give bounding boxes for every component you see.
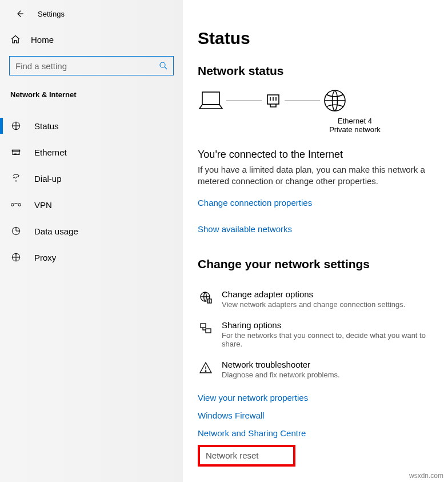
setting-sharing-options[interactable]: Sharing options For the networks that yo… [198, 314, 448, 354]
sidebar-item-ethernet[interactable]: Ethernet [0, 139, 183, 165]
adapter-icon [264, 91, 282, 110]
nav-home[interactable]: Home [0, 27, 183, 51]
link-change-connection-properties[interactable]: Change connection properties [198, 198, 312, 208]
watermark: wsxdn.com [409, 472, 443, 480]
link-network-reset[interactable]: Network reset [206, 451, 259, 460]
diagram-network-type: Private network [262, 125, 448, 134]
svg-point-0 [160, 62, 165, 67]
section-network-status: Network status [198, 48, 448, 78]
svg-point-6 [18, 204, 21, 206]
diagram-line [226, 101, 262, 101]
setting-desc: For the networks that you connect to, de… [222, 331, 448, 348]
proxy-icon [10, 252, 22, 262]
page-title: Status [198, 0, 448, 48]
globe-large-icon [322, 88, 347, 113]
svg-point-16 [205, 371, 206, 372]
search-icon [158, 61, 169, 71]
sidebar-item-label: Ethernet [34, 148, 67, 157]
sidebar-group-title: Network & Internet [0, 75, 183, 105]
setting-title: Network troubleshooter [222, 360, 340, 369]
globe-icon [10, 121, 22, 131]
phone-icon [10, 173, 22, 184]
highlight-network-reset: Network reset [198, 445, 295, 467]
sidebar-item-datausage[interactable]: Data usage [0, 218, 183, 244]
sidebar-item-label: Dial-up [34, 174, 62, 184]
search-box [9, 56, 174, 75]
main-content: Status Network status Ethernet 4 Private… [183, 0, 448, 482]
network-diagram [198, 88, 448, 113]
sidebar-item-proxy[interactable]: Proxy [0, 244, 183, 270]
link-show-available-networks[interactable]: Show available networks [198, 224, 292, 234]
setting-change-adapter-options[interactable]: Change adapter options View network adap… [198, 284, 448, 314]
svg-rect-14 [201, 324, 206, 328]
svg-point-4 [15, 181, 17, 182]
nav-home-label: Home [31, 35, 54, 45]
sidebar-item-label: Data usage [34, 226, 78, 236]
troubleshoot-icon [198, 360, 214, 379]
setting-desc: View network adapters and change connect… [222, 300, 405, 309]
back-button[interactable] [10, 5, 29, 23]
arrow-left-icon [14, 9, 25, 19]
sharing-icon [198, 320, 214, 348]
sidebar: Settings Home Network & Internet Status … [0, 0, 183, 482]
link-network-sharing-centre[interactable]: Network and Sharing Centre [198, 428, 448, 438]
app-title: Settings [38, 10, 65, 18]
sidebar-item-label: Status [34, 121, 59, 131]
sidebar-item-label: Proxy [34, 253, 56, 262]
setting-title: Change adapter options [222, 289, 405, 299]
svg-rect-9 [202, 92, 219, 105]
settings-list: Change adapter options View network adap… [198, 284, 448, 385]
link-windows-firewall[interactable]: Windows Firewall [198, 411, 448, 420]
diagram-line [285, 101, 320, 101]
connected-desc: If you have a limited data plan, you can… [198, 164, 426, 188]
setting-desc: Diagnose and fix network problems. [222, 371, 340, 379]
sidebar-item-status[interactable]: Status [0, 113, 183, 139]
svg-point-5 [11, 204, 14, 206]
vpn-icon [10, 201, 22, 209]
sidebar-nav: Status Ethernet Dial-up VPN Data usage [0, 113, 183, 270]
connected-title: You're connected to the Internet [198, 149, 448, 161]
svg-rect-15 [206, 329, 211, 333]
topbar: Settings [0, 0, 183, 27]
link-view-network-properties[interactable]: View your network properties [198, 393, 448, 403]
search-wrap [9, 56, 174, 75]
datausage-icon [10, 226, 22, 236]
sidebar-item-vpn[interactable]: VPN [0, 192, 183, 218]
sidebar-item-label: VPN [34, 200, 52, 210]
adapter-options-icon [198, 289, 214, 309]
laptop-icon [198, 89, 224, 112]
setting-title: Sharing options [222, 320, 448, 330]
home-icon [10, 34, 21, 45]
search-input[interactable] [10, 57, 173, 75]
section-change-settings: Change your network settings [198, 234, 448, 271]
diagram-adapter-name: Ethernet 4 [262, 117, 448, 125]
bottom-links: View your network properties Windows Fir… [198, 393, 448, 438]
sidebar-item-dialup[interactable]: Dial-up [0, 165, 183, 192]
ethernet-icon [10, 147, 22, 157]
setting-network-troubleshooter[interactable]: Network troubleshooter Diagnose and fix … [198, 354, 448, 385]
